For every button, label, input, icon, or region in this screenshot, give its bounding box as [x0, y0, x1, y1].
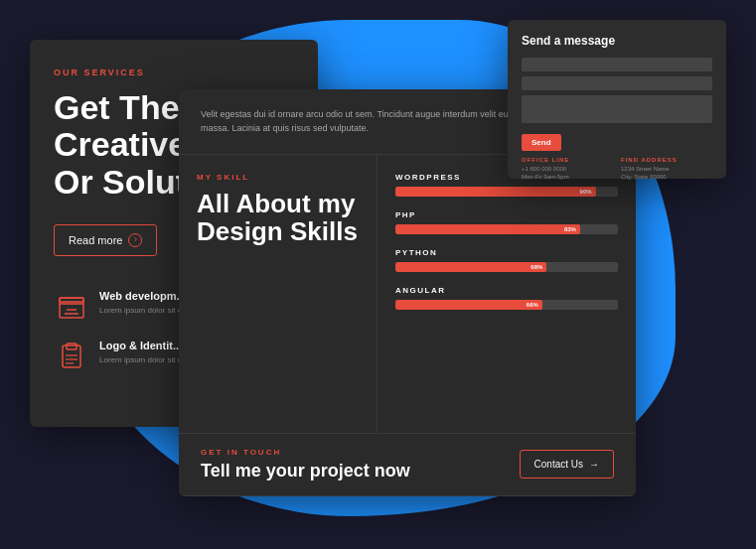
svg-rect-6 [67, 343, 76, 349]
skill-percent: 83% [564, 226, 576, 232]
skill-track: 66% [395, 300, 618, 310]
skill-python: PYTHON 68% [395, 248, 618, 272]
skill-fill: 83% [395, 224, 580, 234]
office-text: +1 800 000 0000Mon-Fri 9am-5pm [522, 165, 613, 182]
skill-track: 90% [395, 187, 618, 197]
skill-percent: 68% [530, 264, 542, 270]
skill-fill: 90% [395, 187, 596, 197]
social-row: f tw Velit egesta [179, 495, 636, 496]
skill-fill: 68% [395, 262, 546, 272]
skill-track: 83% [395, 224, 618, 234]
skills-title: All About myDesign Skills [197, 190, 359, 246]
skills-right: WORDPRESS 90% PHP 83% [378, 155, 636, 433]
contact-strip: GET IN TOUCH Tell me your project now Co… [179, 433, 636, 495]
arrow-right-icon: › [128, 233, 142, 247]
address-label: FIND ADDRESS [621, 157, 712, 163]
skill-name: ANGULAR [395, 286, 618, 295]
skill-track: 68% [395, 262, 618, 272]
services-label: OUR SERVICES [54, 68, 294, 77]
skill-php: PHP 83% [395, 210, 618, 234]
contact-title: Tell me your project now [201, 461, 410, 481]
office-info: OFFICE LINE +1 800 000 0000Mon-Fri 9am-5… [522, 157, 613, 182]
address-info: FIND ADDRESS 1234 Street NameCity, State… [621, 157, 712, 182]
skill-angular: ANGULAR 66% [395, 286, 618, 310]
address-text: 1234 Street NameCity, State 00000 [621, 165, 712, 182]
name-input[interactable] [522, 58, 712, 71]
logo-icon [54, 340, 89, 375]
skill-fill: 66% [395, 300, 542, 310]
read-more-label: Read more [69, 234, 122, 246]
card-body: MY SKILL All About myDesign Skills WORDP… [179, 155, 636, 433]
read-more-button[interactable]: Read more › [54, 224, 157, 256]
skill-name: PYTHON [395, 248, 618, 257]
skills-left: MY SKILL All About myDesign Skills [179, 155, 378, 433]
skill-percent: 90% [580, 189, 592, 195]
svg-rect-1 [60, 298, 83, 318]
skill-percent: 66% [527, 302, 538, 308]
office-label: OFFICE LINE [522, 157, 613, 163]
card-message: Send a message Send OFFICE LINE +1 800 0… [508, 20, 726, 179]
message-title: Send a message [522, 34, 712, 48]
contact-button[interactable]: Contact Us → [520, 450, 614, 479]
skill-name: PHP [395, 210, 618, 219]
contact-info-row: OFFICE LINE +1 800 000 0000Mon-Fri 9am-5… [522, 157, 712, 182]
contact-btn-label: Contact Us [534, 459, 583, 470]
scene: OUR SERVICES Get The Right Creative Idea… [0, 0, 756, 549]
web-dev-icon [54, 290, 89, 326]
message-textarea[interactable] [522, 95, 712, 123]
arrow-icon: → [589, 459, 599, 470]
email-input[interactable] [522, 76, 712, 90]
contact-left: GET IN TOUCH Tell me your project now [201, 448, 410, 481]
send-button[interactable]: Send [522, 134, 561, 151]
get-in-touch-label: GET IN TOUCH [201, 448, 410, 457]
skill-label: MY SKILL [197, 173, 359, 182]
